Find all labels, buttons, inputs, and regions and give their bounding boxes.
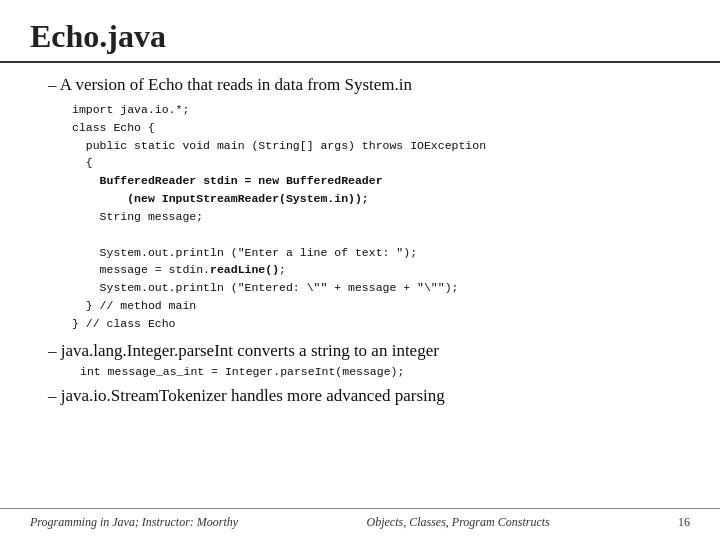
code-line: import java.io.*;	[72, 101, 672, 119]
code-line: } // method main	[72, 297, 672, 315]
code-line: class Echo {	[72, 119, 672, 137]
title-area: Echo.java	[0, 0, 720, 63]
slide-title: Echo.java	[30, 18, 690, 55]
content-area: – A version of Echo that reads in data f…	[0, 75, 720, 406]
footer: Programming in Java; Instructor: Moorthy…	[0, 508, 720, 530]
code-line: String message;	[72, 208, 672, 226]
code-line: BufferedReader stdin = new BufferedReade…	[72, 172, 672, 190]
code-line: System.out.println ("Entered: \"" + mess…	[72, 279, 672, 297]
section-heading-2: – java.lang.Integer.parseInt converts a …	[48, 341, 672, 361]
code-block-2: int message_as_int = Integer.parseInt(me…	[80, 365, 672, 378]
code-line: {	[72, 154, 672, 172]
code-line: System.out.println ("Enter a line of tex…	[72, 244, 672, 262]
footer-center: Objects, Classes, Program Constructs	[366, 515, 549, 530]
code-line: message = stdin.readLine();	[72, 261, 672, 279]
footer-right: 16	[678, 515, 690, 530]
code-line: (new InputStreamReader(System.in));	[72, 190, 672, 208]
section-heading-3: – java.io.StreamTokenizer handles more a…	[48, 386, 672, 406]
footer-left: Programming in Java; Instructor: Moorthy	[30, 515, 238, 530]
code-line: } // class Echo	[72, 315, 672, 333]
code-line	[72, 226, 672, 244]
code-block-1: import java.io.*; class Echo { public st…	[72, 101, 672, 333]
code-line: public static void main (String[] args) …	[72, 137, 672, 155]
section-heading-1: – A version of Echo that reads in data f…	[48, 75, 672, 95]
slide: Echo.java – A version of Echo that reads…	[0, 0, 720, 540]
